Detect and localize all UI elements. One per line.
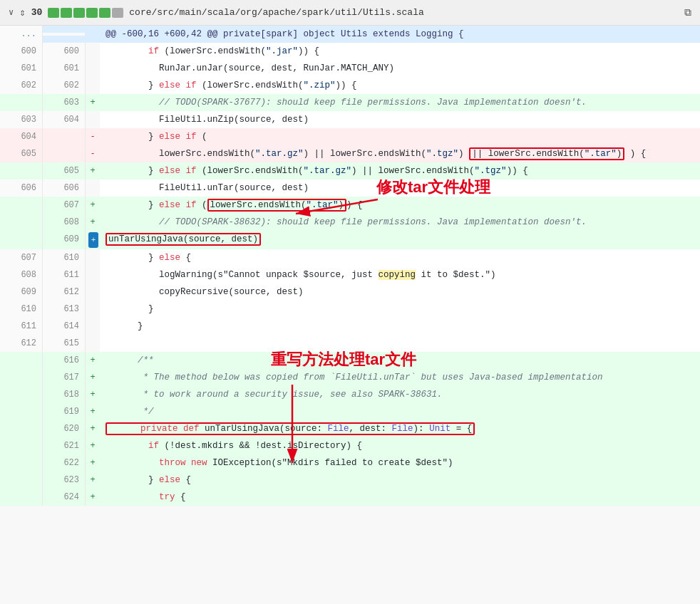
- table-row: 606 606 FileUtil.unTar(source, dest): [0, 179, 700, 197]
- table-row: 612 615: [0, 335, 700, 352]
- table-row: 620 + private def unTarUsingJava(source:…: [0, 420, 700, 437]
- file-header: ∨ ⇕ 30 core/src/main/scala/org/apache/sp…: [0, 0, 700, 26]
- table-row: 607 + } else if (lowerSrc.endsWith(".tar…: [0, 197, 700, 214]
- table-row: 603 604 FileUtil.unZip(source, dest): [0, 111, 700, 128]
- bar-3: [73, 8, 85, 18]
- add-button[interactable]: +: [88, 232, 99, 248]
- table-row: 605 - lowerSrc.endsWith(".tar.gz") || lo…: [0, 145, 700, 162]
- copy-icon[interactable]: ⧉: [684, 7, 691, 19]
- file-path: core/src/main/scala/org/apache/spark/uti…: [129, 7, 679, 18]
- table-row: 601 601 RunJar.unJar(source, dest, RunJa…: [0, 60, 700, 77]
- table-row: 624 + try {: [0, 489, 700, 506]
- table-row: 607 610 } else {: [0, 249, 700, 266]
- table-row: 618 + * to work around a security issue,…: [0, 386, 700, 403]
- bar-1: [48, 8, 59, 18]
- table-row: 616 + /**: [0, 352, 700, 369]
- table-row: 609 + unTarUsingJava(source, dest): [0, 231, 700, 249]
- table-row: 610 613 }: [0, 301, 700, 318]
- table-row: 609 612 copyRecursive(source, dest): [0, 283, 700, 301]
- diff-content: 600 600 if (lowerSrc.endsWith(".jar")) {…: [0, 43, 700, 506]
- table-row: 608 611 logWarning(s"Cannot unpack $sour…: [0, 266, 700, 283]
- hunk-text: @@ -600,16 +600,42 @@ private[spark] obj…: [100, 26, 700, 43]
- table-row: 608 + // TODO(SPARK-38632): should keep …: [0, 214, 700, 231]
- hunk-marker: [86, 33, 100, 36]
- bar-2: [61, 8, 72, 18]
- table-row: 619 + */: [0, 403, 700, 420]
- hunk-old-col: ...: [0, 26, 43, 43]
- line-count: 30: [31, 7, 43, 18]
- table-row: 605 + } else if (lowerSrc.endsWith(".tar…: [0, 162, 700, 179]
- bar-5: [99, 8, 110, 18]
- table-row: 617 + * The method below was copied from…: [0, 369, 700, 386]
- table-row: 600 600 if (lowerSrc.endsWith(".jar")) {: [0, 43, 700, 60]
- table-row: 611 614 }: [0, 318, 700, 335]
- table-row: 623 + } else {: [0, 472, 700, 489]
- table-row: 622 + throw new IOException(s"Mkdirs fai…: [0, 454, 700, 472]
- bar-6: [112, 8, 123, 18]
- bar-4: [86, 8, 98, 18]
- change-bars: [48, 8, 123, 18]
- hunk-header: ... @@ -600,16 +600,42 @@ private[spark]…: [0, 26, 700, 43]
- hunk-new-col: [43, 33, 86, 36]
- table-row: 603 + // TODO(SPARK-37677): should keep …: [0, 94, 700, 111]
- chevron-icon[interactable]: ∨: [9, 7, 14, 18]
- table-row: 602 602 } else if (lowerSrc.endsWith(".z…: [0, 77, 700, 94]
- move-icon: ⇕: [19, 6, 25, 19]
- table-row: 621 + if (!dest.mkdirs && !dest.isDirect…: [0, 437, 700, 454]
- table-row: 604 - } else if (: [0, 128, 700, 145]
